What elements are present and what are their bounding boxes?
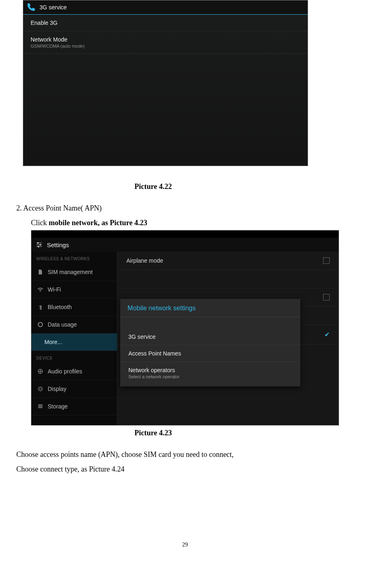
row-label: Airplane mode xyxy=(126,257,163,264)
section-device: DEVICE xyxy=(31,351,117,363)
settings-sliders-icon xyxy=(35,241,43,248)
sidebar-item-more[interactable]: More... xyxy=(31,333,117,351)
row-label: Enable 3G xyxy=(31,20,300,26)
svg-rect-11 xyxy=(38,407,43,408)
row-label: Network Mode xyxy=(31,36,300,43)
dialog-item-network-operators[interactable]: Network operators Select a network opera… xyxy=(120,362,300,386)
svg-point-8 xyxy=(39,388,42,391)
sidebar-item-label: Data usage xyxy=(48,321,77,328)
section-wireless: WIRELESS & NETWORKS xyxy=(31,252,117,263)
sidebar-item-label: Display xyxy=(48,386,66,392)
screenshot-3g-service: 3G service Enable 3G Network Mode GSM/WC… xyxy=(23,0,308,166)
list-item-2: 2. Access Point Name( APN) xyxy=(16,201,354,215)
content-row-blank1 xyxy=(117,270,339,288)
paragraph-choose-connect-type: Choose connect type, as Picture 4.24 xyxy=(16,462,354,476)
sidebar-item-sim[interactable]: SIM management xyxy=(31,263,117,281)
row-airplane-mode[interactable]: Airplane mode xyxy=(117,252,339,270)
dialog-item-sublabel: Select a network operator xyxy=(128,374,292,379)
list-item-2-text: 2. Access Point Name( APN) xyxy=(16,204,101,212)
row-network-mode[interactable]: Network Mode GSM/WCDMA (auto mode) xyxy=(23,31,308,54)
paragraph-choose-apn: Choose access points name (APN), choose … xyxy=(16,447,354,462)
svg-point-4 xyxy=(40,244,41,246)
storage-icon xyxy=(37,403,44,410)
row-enable-3g[interactable]: Enable 3G xyxy=(23,15,308,31)
sidebar-item-label: Wi-Fi xyxy=(48,286,61,293)
status-bar xyxy=(31,230,339,238)
svg-point-6 xyxy=(38,323,43,327)
data-usage-icon xyxy=(37,321,44,328)
page-number: 29 xyxy=(16,542,354,548)
sidebar-item-label: Bluetooth xyxy=(48,304,72,310)
dialog-title: Mobile network settings xyxy=(120,299,300,317)
sim-icon xyxy=(37,269,44,275)
click-prefix: Click xyxy=(31,219,49,227)
svg-point-3 xyxy=(37,242,39,244)
screenshot1-header: 3G service xyxy=(23,0,308,15)
sidebar-item-label: Audio profiles xyxy=(48,368,82,375)
checkbox-unchecked-icon[interactable] xyxy=(323,294,330,301)
screenshot1-title: 3G service xyxy=(40,4,67,11)
bluetooth-icon xyxy=(37,304,44,310)
sidebar-item-label: More... xyxy=(44,339,62,345)
sidebar-item-storage[interactable]: Storage xyxy=(31,398,117,415)
sidebar-item-label: SIM management xyxy=(48,269,93,275)
audio-profiles-icon xyxy=(37,368,44,375)
svg-point-5 xyxy=(38,246,40,248)
dialog-mobile-network-settings: Mobile network settings 3G service Acces… xyxy=(120,299,300,386)
dialog-item-label: Network operators xyxy=(128,367,292,373)
click-bold: mobile network, as Picture 4.23 xyxy=(49,219,148,227)
wifi-icon xyxy=(37,286,44,293)
settings-sidebar: WIRELESS & NETWORKS SIM management Wi-Fi xyxy=(31,252,117,425)
checkbox-unchecked-icon[interactable] xyxy=(323,257,330,264)
row-sublabel: GSM/WCDMA (auto mode) xyxy=(31,44,300,48)
phone-icon xyxy=(26,2,36,13)
caption-picture-4-22: Picture 4.22 xyxy=(134,182,354,191)
dialog-item-apn[interactable]: Access Point Names xyxy=(120,345,300,362)
sidebar-item-display[interactable]: Display xyxy=(31,380,117,398)
settings-header: Settings xyxy=(31,238,339,252)
sidebar-item-label: Storage xyxy=(48,403,68,410)
click-line: Click mobile network, as Picture 4.23 xyxy=(31,215,354,230)
dialog-item-label: 3G service xyxy=(128,333,292,340)
display-icon xyxy=(37,386,44,392)
checkmark-icon: ✔ xyxy=(324,331,330,338)
svg-rect-10 xyxy=(38,406,43,407)
sidebar-item-data-usage[interactable]: Data usage xyxy=(31,316,117,333)
screenshot-settings: Settings WIRELESS & NETWORKS SIM managem… xyxy=(31,230,339,426)
sidebar-item-wifi[interactable]: Wi-Fi xyxy=(31,281,117,298)
dialog-item-3g-service[interactable]: 3G service xyxy=(120,329,300,345)
svg-rect-9 xyxy=(38,404,43,405)
sidebar-item-bluetooth[interactable]: Bluetooth xyxy=(31,298,117,316)
settings-title: Settings xyxy=(47,241,69,248)
sidebar-item-audio[interactable]: Audio profiles xyxy=(31,363,117,380)
dialog-item-label: Access Point Names xyxy=(128,350,292,357)
caption-picture-4-23: Picture 4.23 xyxy=(134,429,354,437)
